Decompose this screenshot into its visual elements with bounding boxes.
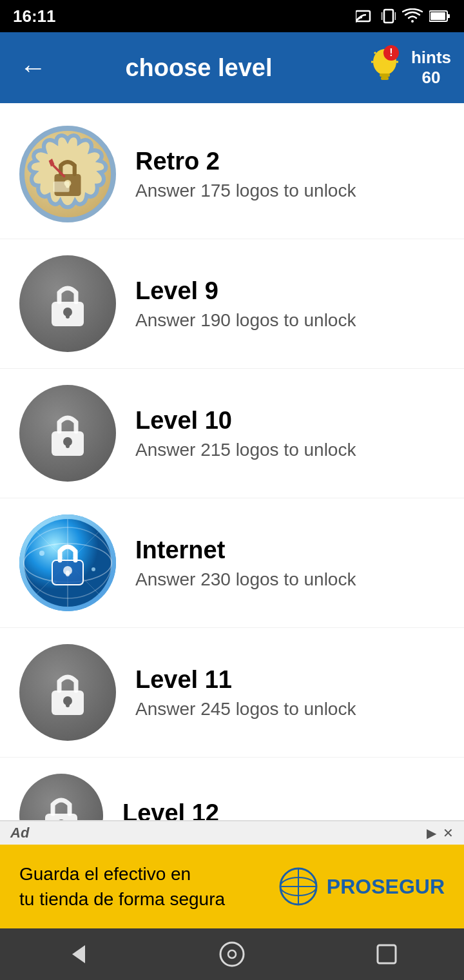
svg-rect-24: [53, 182, 70, 192]
level11-lock-svg: [39, 663, 97, 721]
internet-info: Internet Answer 230 logos to unlock: [135, 536, 445, 590]
svg-marker-53: [72, 945, 85, 963]
retro2-icon-svg: [24, 126, 111, 222]
level10-name: Level 10: [135, 407, 445, 435]
level-item-level11[interactable]: Level 11 Answer 245 logos to unlock: [0, 628, 464, 758]
svg-line-12: [374, 52, 376, 54]
nav-back-button[interactable]: [58, 935, 97, 974]
level-item-internet[interactable]: Internet Answer 230 logos to unlock: [0, 498, 464, 628]
hints-bulb-icon: !: [364, 44, 406, 92]
internet-globe: [19, 514, 116, 611]
ad-arrow-icon: ▶: [427, 825, 436, 841]
svg-point-55: [228, 950, 236, 958]
svg-rect-10: [381, 77, 389, 80]
prosegur-globe-icon: [279, 867, 318, 906]
internet-desc: Answer 230 logos to unlock: [135, 569, 445, 590]
svg-point-54: [220, 943, 244, 966]
retro2-name: Retro 2: [135, 148, 445, 175]
nav-recent-button[interactable]: [367, 935, 406, 974]
header: ← choose level ! hints 60: [0, 32, 464, 103]
back-button[interactable]: ←: [13, 48, 53, 88]
status-icons: [356, 7, 451, 25]
status-bar: 16:11: [0, 0, 464, 32]
level9-icon: [19, 255, 116, 352]
level10-icon: [19, 385, 116, 482]
nav-recent-icon: [375, 943, 398, 966]
hints-count-label: hints 60: [411, 48, 451, 88]
svg-rect-30: [66, 442, 70, 448]
retro2-icon: [19, 126, 116, 222]
level11-icon: [19, 644, 116, 741]
svg-rect-9: [380, 74, 390, 77]
internet-globe-svg: [23, 518, 113, 608]
svg-rect-7: [447, 14, 450, 18]
level10-info: Level 10 Answer 215 logos to unlock: [135, 407, 445, 460]
ad-label: Ad: [10, 825, 29, 841]
ad-brand: PROSEGUR: [279, 867, 445, 906]
ad-brand-name: PROSEGUR: [327, 875, 445, 899]
level11-desc: Answer 245 logos to unlock: [135, 699, 445, 720]
retro2-desc: Answer 175 logos to unlock: [135, 181, 445, 201]
svg-rect-2: [384, 10, 393, 23]
vibrate-icon: [382, 7, 396, 25]
level11-info: Level 11 Answer 245 logos to unlock: [135, 666, 445, 720]
level-item-retro2[interactable]: Retro 2 Answer 175 logos to unlock: [0, 110, 464, 239]
svg-rect-6: [430, 12, 445, 20]
level10-desc: Answer 215 logos to unlock: [135, 440, 445, 460]
svg-point-37: [39, 551, 44, 556]
nav-bar: [0, 928, 464, 980]
svg-point-38: [92, 567, 95, 571]
internet-icon: [19, 514, 116, 611]
svg-rect-45: [66, 701, 70, 707]
level-item-level9[interactable]: Level 9 Answer 190 logos to unlock: [0, 239, 464, 369]
svg-text:!: !: [389, 47, 392, 58]
retro2-info: Retro 2 Answer 175 logos to unlock: [135, 148, 445, 201]
svg-rect-42: [66, 571, 70, 576]
svg-rect-27: [66, 312, 70, 318]
battery-icon: [429, 10, 451, 23]
ad-close-icon[interactable]: ✕: [443, 825, 454, 841]
ad-text: Guarda el efectivo en tu tienda de forma…: [19, 861, 225, 912]
nav-home-icon: [218, 941, 246, 968]
nav-home-button[interactable]: [213, 935, 251, 974]
level-item-level10[interactable]: Level 10 Answer 215 logos to unlock: [0, 369, 464, 498]
cast-icon: [356, 8, 375, 24]
internet-name: Internet: [135, 536, 445, 564]
nav-back-icon: [66, 943, 89, 966]
level9-info: Level 9 Answer 190 logos to unlock: [135, 277, 445, 331]
level11-name: Level 11: [135, 666, 445, 694]
wifi-icon: [402, 8, 423, 24]
header-title: choose level: [53, 54, 345, 82]
hints-button[interactable]: ! hints 60: [364, 44, 451, 92]
ad-banner: Ad ▶ ✕ Guarda el efectivo en tu tienda d…: [0, 820, 464, 928]
status-time: 16:11: [13, 6, 56, 26]
level10-lock-svg: [39, 404, 97, 462]
level9-name: Level 9: [135, 277, 445, 305]
level9-desc: Answer 190 logos to unlock: [135, 310, 445, 331]
svg-rect-56: [378, 945, 396, 963]
level9-lock-svg: [39, 275, 97, 333]
ad-content[interactable]: Guarda el efectivo en tu tienda de forma…: [0, 845, 464, 928]
